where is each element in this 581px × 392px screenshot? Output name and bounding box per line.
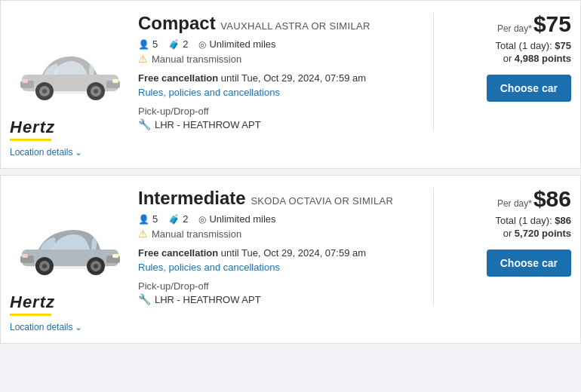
free-cancel-date: until Tue, Oct 29, 2024, 07:59 am [221, 247, 366, 259]
svg-rect-10 [112, 79, 118, 83]
location-pin-icon: 🔧 [138, 118, 151, 130]
pickup-label: Pick-up/Drop-off [138, 280, 417, 292]
total-label: Total (1 day): [496, 215, 552, 226]
car-card-intermediate: Intermediate SKODA OCTAVIA or similar 5 … [0, 175, 581, 344]
chevron-down-icon: ⌄ [75, 147, 82, 158]
svg-rect-23 [22, 254, 28, 258]
car-image-intermediate [10, 188, 131, 305]
points-value: 5,720 points [515, 228, 571, 239]
transmission-text: Manual transmission [152, 228, 241, 240]
pricing-section-intermediate: Per day* $86 Total (1 day): $86 or 5,720… [443, 188, 571, 305]
svg-point-18 [42, 264, 47, 268]
location-details-link[interactable]: Location details ⌄ [10, 322, 82, 332]
pickup-location-row: 🔧 LHR - HEATHROW APT [138, 118, 417, 130]
bags-feature: 2 [168, 213, 188, 225]
hertz-text: Hertz [10, 292, 55, 312]
pickup-section: Pick-up/Drop-off 🔧 LHR - HEATHROW APT [138, 280, 417, 305]
car-features-compact: 5 2 Unlimited miles [138, 38, 417, 50]
miles-feature: Unlimited miles [198, 213, 275, 225]
location-pin-icon: 🔧 [138, 293, 151, 305]
per-day-price: $75 [533, 13, 571, 35]
transmission-row: ⚠ Manual transmission [138, 53, 417, 65]
seats-count: 5 [152, 38, 158, 50]
pickup-location-text: LHR - HEATHROW APT [155, 294, 261, 305]
car-model-intermediate: SKODA OCTAVIA or similar [251, 195, 393, 207]
free-cancel-date: until Tue, Oct 29, 2024, 07:59 am [221, 72, 366, 84]
bags-count: 2 [183, 213, 188, 225]
pickup-location-row: 🔧 LHR - HEATHROW APT [138, 293, 417, 305]
person-icon [138, 213, 149, 225]
points-value: 4,988 points [515, 53, 571, 64]
car-card-compact: Compact VAUXHALL ASTRA or similar 5 2 Un… [0, 0, 581, 169]
miles-icon [198, 38, 206, 50]
rules-link[interactable]: Rules, policies and cancellations [138, 87, 280, 98]
rules-link[interactable]: Rules, policies and cancellations [138, 262, 280, 273]
person-icon [138, 38, 149, 50]
free-cancel-label: Free cancellation [138, 247, 218, 259]
total-label: Total (1 day): [496, 40, 552, 51]
total-price: $86 [555, 215, 571, 226]
per-day-label: Per day* [497, 198, 532, 209]
transmission-row: ⚠ Manual transmission [138, 228, 417, 240]
car-title-intermediate: Intermediate SKODA OCTAVIA or similar [138, 188, 417, 209]
miles-icon [198, 213, 206, 225]
bag-icon [168, 213, 180, 225]
car-features-intermediate: 5 2 Unlimited miles [138, 213, 417, 225]
location-details-link[interactable]: Location details ⌄ [10, 147, 82, 158]
svg-point-21 [94, 264, 98, 268]
svg-rect-11 [22, 79, 28, 83]
total-row: Total (1 day): $86 [496, 215, 571, 226]
per-day-price: $86 [533, 188, 571, 210]
free-cancel-row: Free cancellation until Tue, Oct 29, 202… [138, 247, 417, 259]
car-image-compact [10, 13, 131, 130]
vertical-divider [433, 13, 434, 130]
car-title-compact: Compact VAUXHALL ASTRA or similar [138, 13, 417, 34]
points-prefix: or [503, 53, 515, 64]
per-day-label: Per day* [497, 23, 532, 34]
miles-feature: Unlimited miles [198, 38, 275, 50]
vertical-divider [433, 188, 434, 305]
hertz-bar [10, 139, 51, 141]
svg-point-6 [42, 89, 47, 93]
warning-icon: ⚠ [138, 53, 148, 65]
free-cancel-label: Free cancellation [138, 72, 218, 84]
hertz-logo: Hertz [10, 292, 55, 316]
brand-section-compact: Hertz Location details ⌄ [10, 118, 82, 158]
choose-car-button-intermediate[interactable]: Choose car [487, 250, 571, 277]
hertz-text: Hertz [10, 118, 55, 137]
car-details-intermediate: Intermediate SKODA OCTAVIA or similar 5 … [131, 188, 424, 305]
bags-count: 2 [183, 38, 188, 50]
seats-count: 5 [152, 213, 158, 225]
total-price: $75 [555, 40, 571, 51]
car-details-compact: Compact VAUXHALL ASTRA or similar 5 2 Un… [131, 13, 424, 130]
pickup-location-text: LHR - HEATHROW APT [155, 119, 261, 130]
points-prefix: or [503, 228, 515, 239]
seats-feature: 5 [138, 213, 158, 225]
warning-icon: ⚠ [138, 228, 148, 240]
pricing-section-compact: Per day* $75 Total (1 day): $75 or 4,988… [443, 13, 571, 130]
pickup-label: Pick-up/Drop-off [138, 106, 417, 117]
per-day-row: Per day* $75 [497, 13, 571, 40]
svg-rect-22 [112, 254, 118, 258]
bags-feature: 2 [168, 38, 188, 50]
chevron-down-icon: ⌄ [75, 322, 82, 332]
per-day-row: Per day* $86 [497, 188, 571, 215]
seats-feature: 5 [138, 38, 158, 50]
free-cancel-row: Free cancellation until Tue, Oct 29, 202… [138, 72, 417, 84]
transmission-text: Manual transmission [152, 54, 241, 65]
miles-text: Unlimited miles [209, 213, 275, 225]
total-row: Total (1 day): $75 [496, 40, 571, 51]
pickup-section: Pick-up/Drop-off 🔧 LHR - HEATHROW APT [138, 106, 417, 130]
hertz-logo: Hertz [10, 118, 55, 141]
svg-point-9 [94, 89, 98, 93]
car-model-compact: VAUXHALL ASTRA or similar [220, 20, 370, 32]
brand-section-intermediate: Hertz Location details ⌄ [10, 292, 82, 332]
bag-icon [168, 38, 180, 50]
points-row: or 5,720 points [503, 228, 571, 239]
choose-car-button-compact[interactable]: Choose car [487, 75, 571, 102]
miles-text: Unlimited miles [209, 38, 275, 50]
points-row: or 4,988 points [503, 53, 571, 64]
hertz-bar [10, 314, 51, 316]
